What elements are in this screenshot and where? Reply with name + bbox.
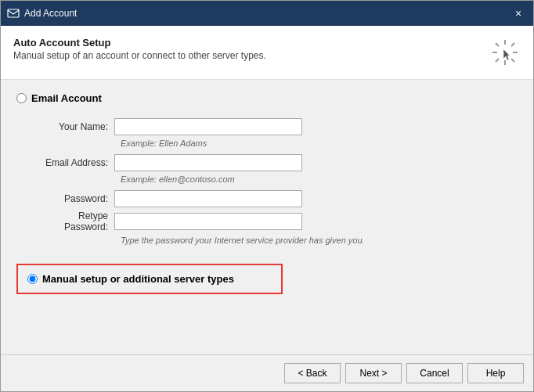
help-button[interactable]: Help [467, 363, 524, 383]
password-label: Password: [32, 193, 114, 204]
manual-setup-radio[interactable] [27, 274, 38, 284]
header-title: Auto Account Setup [13, 37, 266, 49]
title-bar: Add Account × [1, 1, 533, 26]
your-name-row: Your Name: [32, 118, 518, 135]
dialog-icon [7, 7, 20, 20]
svg-line-5 [496, 43, 499, 46]
main-content: Email Account Your Name: Example: Ellen … [1, 80, 533, 354]
retype-password-row: Retype Password: [32, 210, 518, 232]
email-address-hint-text: Example: ellen@contoso.com [121, 174, 235, 184]
header-subtitle: Manual setup of an account or connect to… [13, 50, 266, 61]
header-text-block: Auto Account Setup Manual setup of an ac… [13, 37, 266, 61]
footer: < Back Next > Cancel Help [1, 354, 533, 391]
email-address-hint: Example: ellen@contoso.com [121, 174, 518, 184]
retype-password-input[interactable] [114, 213, 302, 230]
close-button[interactable]: × [510, 5, 527, 22]
password-input[interactable] [114, 190, 302, 207]
your-name-hint: Example: Ellen Adams [121, 138, 518, 148]
your-name-hint-text: Example: Ellen Adams [121, 138, 207, 148]
email-address-label: Email Address: [32, 157, 114, 168]
email-fields: Your Name: Example: Ellen Adams Email Ad… [16, 118, 518, 250]
email-address-input[interactable] [114, 154, 302, 171]
header-icon [489, 37, 521, 68]
svg-line-6 [511, 59, 514, 62]
email-account-label[interactable]: Email Account [31, 92, 102, 104]
email-address-row: Email Address: [32, 154, 518, 171]
retype-password-hint-text: Type the password your Internet service … [121, 236, 365, 245]
title-bar-text: Add Account [24, 8, 510, 19]
email-account-radio[interactable] [16, 93, 27, 103]
add-account-dialog: Add Account × Auto Account Setup Manual … [0, 0, 534, 392]
svg-line-7 [511, 43, 514, 46]
manual-setup-label[interactable]: Manual setup or additional server types [42, 273, 234, 285]
your-name-label: Your Name: [32, 121, 114, 132]
svg-marker-9 [503, 49, 510, 60]
your-name-input[interactable] [114, 118, 302, 135]
retype-password-label: Retype Password: [32, 210, 114, 232]
back-button[interactable]: < Back [284, 363, 341, 383]
svg-rect-0 [8, 9, 19, 17]
next-button[interactable]: Next > [345, 363, 402, 383]
starburst-icon [491, 38, 519, 67]
retype-password-hint: Type the password your Internet service … [121, 236, 518, 245]
cancel-button[interactable]: Cancel [406, 363, 463, 383]
header-section: Auto Account Setup Manual setup of an ac… [1, 26, 533, 80]
manual-setup-option[interactable]: Manual setup or additional server types [16, 264, 283, 294]
svg-line-8 [496, 59, 499, 62]
email-account-option[interactable]: Email Account [16, 92, 518, 104]
password-row: Password: [32, 190, 518, 207]
